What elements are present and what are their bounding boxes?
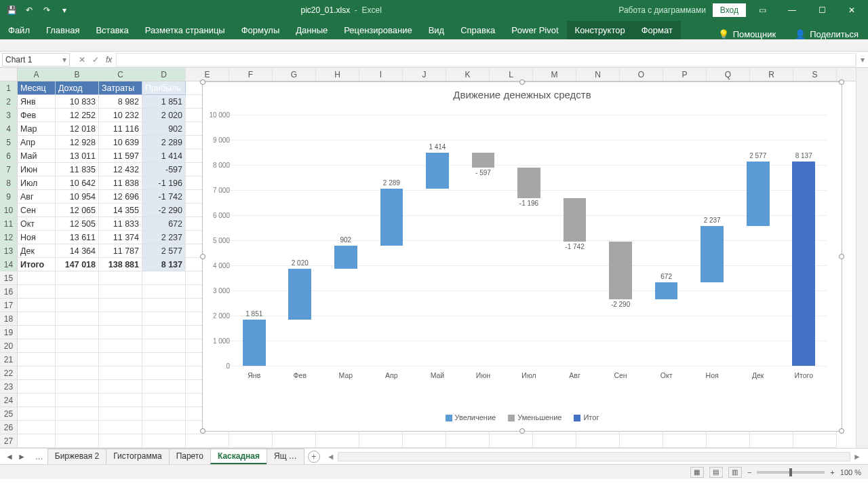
empty-cell[interactable] xyxy=(186,434,229,448)
column-header[interactable]: P xyxy=(663,68,707,81)
empty-cell[interactable] xyxy=(142,339,186,353)
table-cell[interactable]: 2 577 xyxy=(142,244,186,258)
formula-expand-icon[interactable]: ▾ xyxy=(856,53,868,67)
empty-cell[interactable] xyxy=(99,271,142,285)
waterfall-bar[interactable] xyxy=(334,246,357,268)
table-cell[interactable]: -2 290 xyxy=(142,204,186,217)
table-header-cell[interactable]: Месяц xyxy=(18,81,56,95)
table-cell[interactable]: 672 xyxy=(142,217,186,231)
sheet-nav-prev-icon[interactable]: ◄ xyxy=(5,452,14,461)
empty-cell[interactable] xyxy=(56,312,99,326)
column-header[interactable]: C xyxy=(99,68,142,81)
empty-cell[interactable] xyxy=(316,434,359,448)
empty-cell[interactable] xyxy=(142,299,186,312)
empty-cell[interactable] xyxy=(18,339,56,353)
column-header[interactable]: O xyxy=(620,68,663,81)
table-cell[interactable]: -1 742 xyxy=(142,190,186,204)
empty-cell[interactable] xyxy=(99,339,142,353)
save-icon[interactable]: 💾 xyxy=(5,4,18,16)
empty-cell[interactable] xyxy=(403,434,446,448)
empty-cell[interactable] xyxy=(707,434,750,448)
table-cell[interactable]: 10 639 xyxy=(99,136,142,149)
table-header-cell[interactable]: Затраты xyxy=(99,81,142,95)
new-sheet-button[interactable]: + xyxy=(308,451,320,463)
table-cell[interactable]: 138 881 xyxy=(99,258,142,271)
table-cell[interactable]: Фев xyxy=(18,109,56,122)
ribbon-tab[interactable]: Данные xyxy=(288,21,336,39)
table-cell[interactable]: 1 414 xyxy=(142,149,186,163)
select-all-corner[interactable] xyxy=(0,68,18,81)
zoom-out-button[interactable]: − xyxy=(747,468,751,476)
table-cell[interactable]: 12 928 xyxy=(56,136,99,149)
column-header[interactable]: B xyxy=(56,68,99,81)
column-header[interactable]: F xyxy=(229,68,273,81)
table-cell[interactable]: 10 642 xyxy=(56,176,99,190)
empty-cell[interactable] xyxy=(142,285,186,299)
waterfall-bar[interactable] xyxy=(655,282,678,299)
empty-cell[interactable] xyxy=(56,421,99,434)
table-cell[interactable]: 2 020 xyxy=(142,109,186,122)
empty-cell[interactable] xyxy=(142,271,186,285)
table-cell[interactable]: -1 196 xyxy=(142,176,186,190)
table-cell[interactable]: 12 018 xyxy=(56,122,99,136)
table-cell[interactable]: Апр xyxy=(18,136,56,149)
ribbon-display-icon[interactable]: ▭ xyxy=(749,1,776,20)
sheet-tab[interactable]: Гистограмма xyxy=(106,449,169,464)
waterfall-bar[interactable] xyxy=(517,168,540,197)
table-cell[interactable]: 11 374 xyxy=(99,231,142,244)
table-cell[interactable]: Мар xyxy=(18,122,56,136)
table-cell[interactable]: 14 364 xyxy=(56,244,99,258)
waterfall-bar[interactable] xyxy=(564,198,587,242)
table-cell[interactable]: 11 116 xyxy=(99,122,142,136)
empty-cell[interactable] xyxy=(18,366,56,380)
table-header-cell[interactable]: Доход xyxy=(56,81,99,95)
table-cell[interactable]: 12 432 xyxy=(99,163,142,176)
table-cell[interactable]: 12 696 xyxy=(99,190,142,204)
row-header[interactable]: 17 xyxy=(0,299,18,312)
row-header[interactable]: 25 xyxy=(0,407,18,421)
empty-cell[interactable] xyxy=(56,271,99,285)
empty-cell[interactable] xyxy=(18,353,56,366)
close-button[interactable]: ✕ xyxy=(838,1,865,20)
waterfall-bar[interactable] xyxy=(426,153,449,188)
table-cell[interactable]: Ноя xyxy=(18,231,56,244)
vertical-scrollbar[interactable] xyxy=(856,68,868,448)
table-cell[interactable]: Май xyxy=(18,149,56,163)
ribbon-contextual-tab[interactable]: Формат xyxy=(633,21,681,39)
empty-cell[interactable] xyxy=(750,434,793,448)
ribbon-contextual-tab[interactable]: Конструктор xyxy=(567,21,633,39)
table-cell[interactable]: 13 011 xyxy=(56,149,99,163)
tell-me[interactable]: Помощник xyxy=(733,29,776,39)
row-header[interactable]: 26 xyxy=(0,421,18,434)
row-header[interactable]: 12 xyxy=(0,231,18,244)
empty-cell[interactable] xyxy=(142,380,186,394)
empty-cell[interactable] xyxy=(99,326,142,339)
column-header[interactable]: K xyxy=(446,68,490,81)
empty-cell[interactable] xyxy=(18,394,56,407)
row-header[interactable]: 7 xyxy=(0,163,18,176)
row-header[interactable]: 11 xyxy=(0,217,18,231)
waterfall-bar[interactable] xyxy=(243,320,266,366)
table-cell[interactable]: 8 982 xyxy=(99,95,142,109)
table-cell[interactable]: 11 838 xyxy=(99,176,142,190)
waterfall-bar[interactable] xyxy=(288,269,311,320)
waterfall-bar[interactable] xyxy=(380,189,403,246)
row-header[interactable]: 14 xyxy=(0,258,18,271)
empty-cell[interactable] xyxy=(99,394,142,407)
table-cell[interactable]: 902 xyxy=(142,122,186,136)
column-header[interactable]: Q xyxy=(707,68,750,81)
horizontal-scrollbar[interactable] xyxy=(338,452,850,461)
row-header[interactable]: 3 xyxy=(0,109,18,122)
table-cell[interactable]: Янв xyxy=(18,95,56,109)
empty-cell[interactable] xyxy=(99,421,142,434)
empty-cell[interactable] xyxy=(56,380,99,394)
table-cell[interactable]: 11 835 xyxy=(56,163,99,176)
hscroll-right-icon[interactable]: ► xyxy=(850,452,864,461)
empty-cell[interactable] xyxy=(99,353,142,366)
column-header[interactable]: R xyxy=(750,68,793,81)
empty-cell[interactable] xyxy=(533,434,576,448)
column-header[interactable]: I xyxy=(359,68,403,81)
row-header[interactable]: 21 xyxy=(0,353,18,366)
table-cell[interactable]: 2 237 xyxy=(142,231,186,244)
ribbon-tab[interactable]: Power Pivot xyxy=(503,21,566,39)
